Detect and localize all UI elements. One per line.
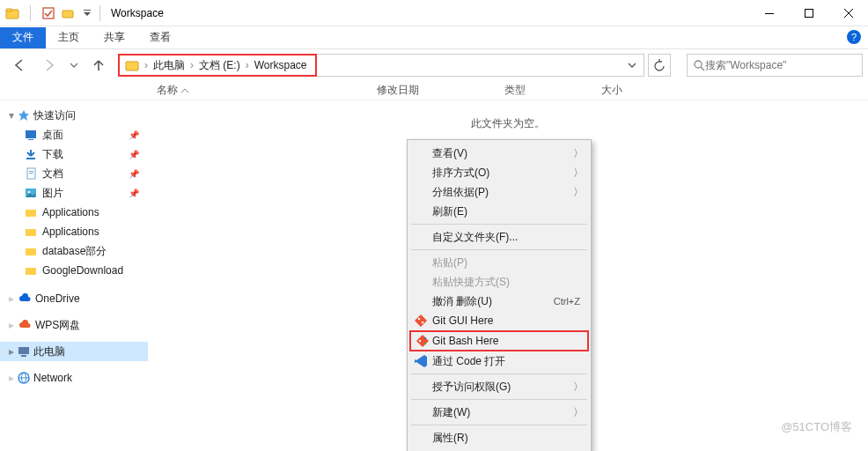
sidebar-wps[interactable]: ▸WPS网盘 <box>9 315 148 335</box>
tab-view[interactable]: 查看 <box>137 27 183 48</box>
chevron-right-icon: 〉 <box>573 405 584 420</box>
pin-icon: 📌 <box>129 150 139 159</box>
sidebar-folder[interactable]: GoogleDownload <box>9 261 148 280</box>
sidebar-item-pictures[interactable]: 图片📌 <box>9 183 148 203</box>
sidebar-item-documents[interactable]: 文档📌 <box>9 164 148 183</box>
sidebar-network[interactable]: ▸Network <box>9 368 148 388</box>
tab-share[interactable]: 共享 <box>92 27 137 48</box>
svg-rect-11 <box>26 158 35 159</box>
svg-rect-20 <box>26 268 36 275</box>
network-icon <box>18 372 30 384</box>
svg-rect-9 <box>26 130 36 138</box>
qat-dropdown-icon[interactable] <box>80 6 94 20</box>
column-headers: 名称 修改日期 类型 大小 <box>0 81 868 100</box>
pc-icon <box>18 345 30 358</box>
help-icon[interactable]: ? <box>847 30 861 44</box>
menu-git-bash[interactable]: Git Bash Here <box>409 330 589 351</box>
tab-home[interactable]: 主页 <box>46 27 92 48</box>
sidebar-folder[interactable]: Applications <box>9 203 148 222</box>
minimize-button[interactable] <box>749 0 789 26</box>
svg-rect-3 <box>63 11 73 18</box>
close-button[interactable] <box>828 0 868 26</box>
chevron-right-icon[interactable]: ▸ <box>9 319 14 331</box>
svg-rect-22 <box>21 355 26 357</box>
search-box[interactable] <box>687 54 863 77</box>
svg-rect-2 <box>43 8 54 18</box>
column-date[interactable]: 修改日期 <box>377 83 504 98</box>
menu-grant-access[interactable]: 授予访问权限(G)〉 <box>409 377 589 396</box>
tab-file[interactable]: 文件 <box>0 27 46 48</box>
search-input[interactable] <box>705 59 857 71</box>
svg-rect-1 <box>6 9 12 11</box>
pin-icon: 📌 <box>129 189 139 198</box>
folder-small-icon[interactable] <box>61 6 75 20</box>
svg-point-27 <box>424 337 426 339</box>
cloud-icon <box>18 320 32 330</box>
breadcrumb-item[interactable]: 文档 (E:) <box>195 58 244 73</box>
menu-sort[interactable]: 排序方式(O)〉 <box>409 163 589 182</box>
breadcrumb-dropdown-icon[interactable] <box>621 61 644 70</box>
maximize-button[interactable] <box>789 0 828 26</box>
folder-icon <box>5 6 19 20</box>
sidebar-folder[interactable]: database部分 <box>9 241 148 261</box>
svg-rect-5 <box>765 13 774 14</box>
menu-open-code[interactable]: 通过 Code 打开 <box>409 351 589 371</box>
context-menu: 查看(V)〉 排序方式(O)〉 分组依据(P)〉 刷新(E) 自定义文件夹(F)… <box>407 139 592 451</box>
chevron-right-icon[interactable]: › <box>188 59 195 71</box>
menu-customize[interactable]: 自定义文件夹(F)... <box>409 227 589 247</box>
breadcrumb-item[interactable]: Workspace <box>251 59 311 71</box>
sidebar-folder[interactable]: Applications <box>9 222 148 241</box>
sidebar-item-downloads[interactable]: 下载📌 <box>9 144 148 164</box>
checkbox-icon[interactable] <box>41 6 55 20</box>
sidebar-item-desktop[interactable]: 桌面📌 <box>9 125 148 144</box>
up-button[interactable] <box>88 55 109 76</box>
empty-folder-text: 此文件夹为空。 <box>471 116 545 131</box>
column-type[interactable]: 类型 <box>504 83 601 98</box>
sort-asc-icon <box>181 87 188 94</box>
chevron-right-icon: 〉 <box>573 380 584 395</box>
sidebar-onedrive[interactable]: ▸OneDrive <box>9 289 148 308</box>
column-name[interactable]: 名称 <box>157 83 377 98</box>
pin-icon: 📌 <box>129 130 139 140</box>
menu-undo-delete[interactable]: 撤消 删除(U)Ctrl+Z <box>409 292 589 311</box>
git-icon <box>414 314 428 328</box>
refresh-button[interactable] <box>648 54 671 77</box>
sidebar-quick-access[interactable]: ▾快速访问 <box>9 106 148 125</box>
folder-icon <box>125 58 139 72</box>
chevron-right-icon[interactable]: › <box>143 59 150 71</box>
forward-button[interactable] <box>39 55 60 76</box>
svg-point-24 <box>418 318 421 321</box>
chevron-right-icon: 〉 <box>573 146 584 161</box>
menu-view[interactable]: 查看(V)〉 <box>409 144 589 163</box>
chevron-right-icon[interactable]: ▸ <box>9 345 14 358</box>
sidebar-this-pc[interactable]: ▸此电脑 <box>0 342 148 361</box>
git-icon <box>416 334 430 348</box>
breadcrumb-item[interactable]: 此电脑 <box>150 58 188 73</box>
menu-separator <box>411 224 587 225</box>
chevron-right-icon[interactable]: ▸ <box>9 372 14 384</box>
sidebar: ▾快速访问 桌面📌 下载📌 文档📌 图片📌 Applications Appli… <box>0 100 148 451</box>
svg-rect-19 <box>26 248 36 255</box>
window-title: Workspace <box>106 7 164 19</box>
breadcrumb[interactable]: › 此电脑 › 文档 (E:) › Workspace <box>118 54 317 77</box>
menu-separator <box>411 425 587 425</box>
menu-git-gui[interactable]: Git GUI Here <box>409 311 589 330</box>
chevron-right-icon[interactable]: › <box>244 59 251 71</box>
back-button[interactable] <box>9 55 30 76</box>
recent-dropdown-icon[interactable] <box>69 55 79 76</box>
chevron-down-icon[interactable]: ▾ <box>9 109 14 122</box>
documents-icon <box>25 167 37 180</box>
svg-rect-14 <box>29 173 33 174</box>
desktop-icon <box>25 129 37 141</box>
svg-rect-18 <box>26 229 36 236</box>
chevron-right-icon[interactable]: ▸ <box>9 292 14 305</box>
menu-properties[interactable]: 属性(R) <box>409 428 589 447</box>
chevron-right-icon: 〉 <box>573 185 584 200</box>
menu-separator <box>411 399 587 400</box>
menu-refresh[interactable]: 刷新(E) <box>409 202 589 221</box>
search-icon <box>693 59 705 71</box>
column-size[interactable]: 大小 <box>601 83 654 98</box>
svg-point-28 <box>424 343 426 344</box>
menu-group[interactable]: 分组依据(P)〉 <box>409 182 589 202</box>
menu-new[interactable]: 新建(W)〉 <box>409 403 589 422</box>
